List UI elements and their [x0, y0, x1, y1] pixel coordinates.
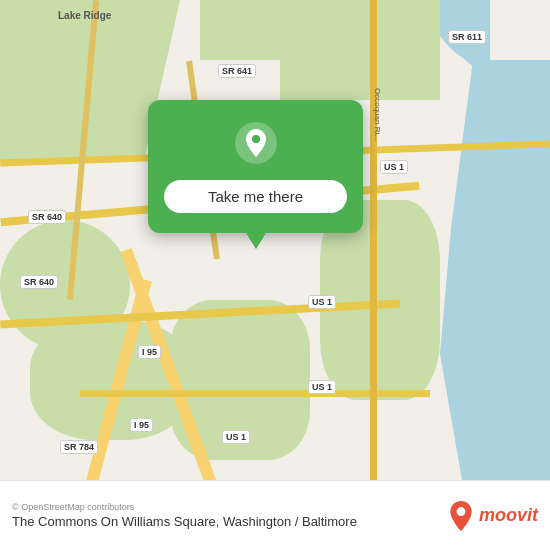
road-label-us1c: US 1 [308, 380, 336, 394]
road-label-us1a: US 1 [380, 160, 408, 174]
location-title: The Commons On Williams Square, Washingt… [12, 514, 357, 529]
map-place-label: Lake Ridge [58, 10, 111, 21]
road-label-sr640b: SR 640 [20, 275, 58, 289]
bottom-bar: © OpenStreetMap contributors The Commons… [0, 480, 550, 550]
moovit-logo: moovit [447, 500, 538, 532]
map-attribution: © OpenStreetMap contributors [12, 502, 357, 512]
road-horizontal [80, 390, 430, 397]
map: Lake Ridge Occoquan Ri... SR 641SR 611SR… [0, 0, 550, 480]
location-info: © OpenStreetMap contributors The Commons… [12, 502, 357, 529]
road-label-us1d: US 1 [222, 430, 250, 444]
green-area [200, 0, 340, 60]
road-label-i95a: I 95 [138, 345, 161, 359]
road-label-sr641: SR 641 [218, 64, 256, 78]
road-label-sr784: SR 784 [60, 440, 98, 454]
moovit-brand-text: moovit [479, 505, 538, 526]
svg-point-1 [252, 135, 260, 143]
moovit-pin-icon [447, 500, 475, 532]
road-label-us1b: US 1 [308, 295, 336, 309]
popup-card: Take me there [148, 100, 363, 233]
road-label-sr611: SR 611 [448, 30, 486, 44]
map-river-label: Occoquan Ri... [373, 88, 382, 141]
road-label-i95b: I 95 [130, 418, 153, 432]
take-me-there-button[interactable]: Take me there [164, 180, 347, 213]
svg-point-2 [457, 507, 466, 516]
road-label-sr640: SR 640 [28, 210, 66, 224]
road-vertical [370, 0, 377, 480]
location-pin-icon [231, 118, 281, 168]
